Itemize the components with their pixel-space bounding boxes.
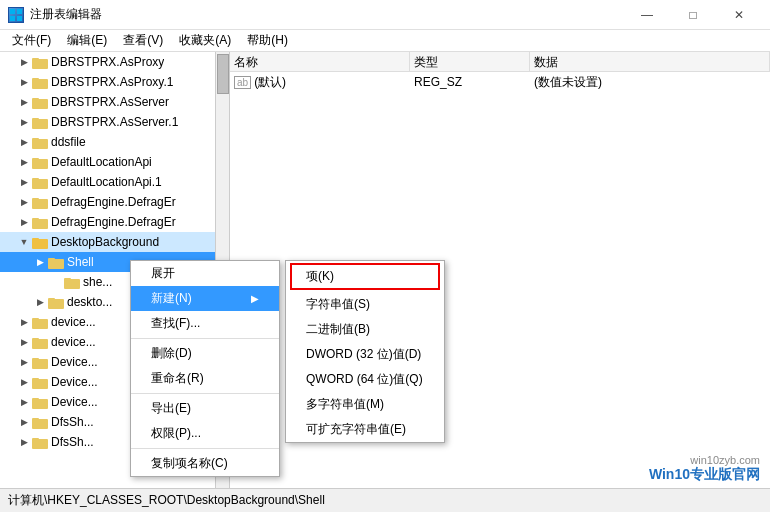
expand-icon: ▶ xyxy=(32,294,48,310)
svg-rect-25 xyxy=(48,258,55,261)
folder-icon xyxy=(64,275,80,289)
expand-icon: ▶ xyxy=(16,434,32,450)
tree-label: Shell xyxy=(67,255,94,269)
ctx-copy-name[interactable]: 复制项名称(C) xyxy=(131,451,279,476)
svg-rect-3 xyxy=(17,16,22,21)
tree-item-dbrstprx-asproxy[interactable]: ▶ DBRSTPRX.AsProxy xyxy=(0,52,229,72)
sub-ctx-dword[interactable]: DWORD (32 位)值(D) xyxy=(286,342,444,367)
sub-ctx-expandstring[interactable]: 可扩充字符串值(E) xyxy=(286,417,444,442)
column-headers: 名称 类型 数据 xyxy=(230,52,770,72)
tree-item-desktopbackground[interactable]: ▼ DesktopBackground xyxy=(0,232,229,252)
app-icon xyxy=(8,7,24,23)
tree-item-ddsfile[interactable]: ▶ ddsfile xyxy=(0,132,229,152)
sub-ctx-qword[interactable]: QWORD (64 位)值(Q) xyxy=(286,367,444,392)
status-text: 计算机\HKEY_CLASSES_ROOT\DesktopBackground\… xyxy=(8,492,325,509)
svg-rect-29 xyxy=(48,298,55,301)
folder-icon xyxy=(32,435,48,449)
folder-icon xyxy=(32,335,48,349)
svg-rect-39 xyxy=(32,398,39,401)
expand-icon: ▶ xyxy=(32,254,48,270)
tree-label: Device... xyxy=(51,355,98,369)
svg-rect-5 xyxy=(32,58,39,61)
tree-item-defaultlocationapi1[interactable]: ▶ DefaultLocationApi.1 xyxy=(0,172,229,192)
tree-label: deskto... xyxy=(67,295,112,309)
tree-label: DefaultLocationApi.1 xyxy=(51,175,162,189)
ctx-find[interactable]: 查找(F)... xyxy=(131,311,279,336)
title-bar: 注册表编辑器 — □ ✕ xyxy=(0,0,770,30)
window-controls: — □ ✕ xyxy=(624,0,762,30)
tree-label: DesktopBackground xyxy=(51,235,159,249)
tree-item-defragengine2[interactable]: ▶ DefragEngine.DefragEr xyxy=(0,212,229,232)
expand-icon: ▶ xyxy=(16,94,32,110)
tree-item-dbrstprx-asserver1[interactable]: ▶ DBRSTPRX.AsServer.1 xyxy=(0,112,229,132)
tree-label: DefragEngine.DefragEr xyxy=(51,215,176,229)
tree-item-dbrstprx-asserver[interactable]: ▶ DBRSTPRX.AsServer xyxy=(0,92,229,112)
maximize-button[interactable]: □ xyxy=(670,0,716,30)
svg-rect-19 xyxy=(32,198,39,201)
menu-file[interactable]: 文件(F) xyxy=(4,30,59,51)
tree-label: Device... xyxy=(51,395,98,409)
ctx-rename[interactable]: 重命名(R) xyxy=(131,366,279,391)
tree-item-defaultlocationapi[interactable]: ▶ DefaultLocationApi xyxy=(0,152,229,172)
svg-rect-41 xyxy=(32,418,39,421)
svg-rect-23 xyxy=(32,238,39,241)
sub-ctx-binary[interactable]: 二进制值(B) xyxy=(286,317,444,342)
ctx-delete[interactable]: 删除(D) xyxy=(131,341,279,366)
col-header-type: 类型 xyxy=(410,52,530,71)
sub-ctx-multistring[interactable]: 多字符串值(M) xyxy=(286,392,444,417)
folder-icon xyxy=(32,75,48,89)
sub-ctx-string[interactable]: 字符串值(S) xyxy=(286,292,444,317)
tree-item-defragengine1[interactable]: ▶ DefragEngine.DefragEr xyxy=(0,192,229,212)
menu-favorites[interactable]: 收藏夹(A) xyxy=(171,30,239,51)
expand-icon: ▶ xyxy=(16,214,32,230)
svg-rect-37 xyxy=(32,378,39,381)
cell-data: (数值未设置) xyxy=(530,72,770,93)
svg-rect-9 xyxy=(32,98,39,101)
watermark-line1: win10zyb.com xyxy=(649,454,760,466)
svg-rect-21 xyxy=(32,218,39,221)
context-menu: 展开 新建(N) ▶ 查找(F)... 删除(D) 重命名(R) 导出(E) 权… xyxy=(130,260,280,477)
tree-label: device... xyxy=(51,335,96,349)
ctx-expand[interactable]: 展开 xyxy=(131,261,279,286)
ctx-new[interactable]: 新建(N) ▶ xyxy=(131,286,279,311)
status-bar: 计算机\HKEY_CLASSES_ROOT\DesktopBackground\… xyxy=(0,488,770,512)
menu-view[interactable]: 查看(V) xyxy=(115,30,171,51)
ctx-export[interactable]: 导出(E) xyxy=(131,396,279,421)
close-button[interactable]: ✕ xyxy=(716,0,762,30)
scrollbar-thumb[interactable] xyxy=(217,54,229,94)
tree-item-dbrstprx-asproxy1[interactable]: ▶ DBRSTPRX.AsProxy.1 xyxy=(0,72,229,92)
svg-rect-35 xyxy=(32,358,39,361)
expand-icon: ▼ xyxy=(16,234,32,250)
svg-rect-1 xyxy=(17,9,22,14)
expand-icon: ▶ xyxy=(16,394,32,410)
folder-icon xyxy=(48,295,64,309)
folder-icon xyxy=(32,375,48,389)
watermark: win10zyb.com Win10专业版官网 xyxy=(649,454,760,484)
sub-ctx-key[interactable]: 项(K) xyxy=(290,263,440,290)
menu-edit[interactable]: 编辑(E) xyxy=(59,30,115,51)
svg-rect-13 xyxy=(32,138,39,141)
ctx-separator-2 xyxy=(131,393,279,394)
expand-icon: ▶ xyxy=(16,334,32,350)
expand-icon: ▶ xyxy=(16,74,32,90)
minimize-button[interactable]: — xyxy=(624,0,670,30)
col-header-name: 名称 xyxy=(230,52,410,71)
ctx-permissions[interactable]: 权限(P)... xyxy=(131,421,279,446)
folder-icon xyxy=(32,355,48,369)
tree-label: DBRSTPRX.AsProxy xyxy=(51,55,164,69)
svg-rect-17 xyxy=(32,178,39,181)
menu-help[interactable]: 帮助(H) xyxy=(239,30,296,51)
folder-icon xyxy=(32,315,48,329)
tree-label: ddsfile xyxy=(51,135,86,149)
watermark-line2: Win10专业版官网 xyxy=(649,466,760,484)
tree-label: DefaultLocationApi xyxy=(51,155,152,169)
expand-icon: ▶ xyxy=(16,414,32,430)
tree-label: she... xyxy=(83,275,112,289)
expand-icon: ▶ xyxy=(16,134,32,150)
folder-icon xyxy=(32,95,48,109)
table-row[interactable]: ab(默认) REG_SZ (数值未设置) xyxy=(230,72,770,92)
svg-rect-0 xyxy=(10,9,15,14)
svg-rect-11 xyxy=(32,118,39,121)
tree-label: DefragEngine.DefragEr xyxy=(51,195,176,209)
expand-icon: ▶ xyxy=(16,354,32,370)
